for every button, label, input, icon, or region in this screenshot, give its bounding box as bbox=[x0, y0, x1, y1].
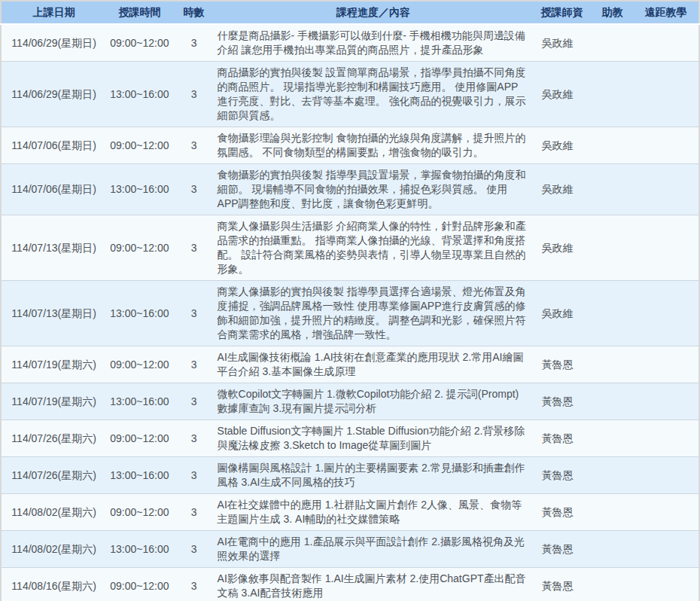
cell-instructor: 黃魯恩 bbox=[532, 457, 592, 494]
cell-assistant bbox=[592, 215, 633, 281]
cell-course-content: 商業人像攝影的實拍與後製 指導學員選擇合適場景、燈光佈置及角度捕捉，強調品牌風格… bbox=[215, 281, 532, 346]
cell-remote-teaching bbox=[633, 24, 699, 62]
cell-remote-teaching bbox=[633, 346, 699, 383]
cell-class-time: 13:00~16:00 bbox=[106, 383, 172, 420]
column-header-assistant: 助教 bbox=[592, 1, 633, 24]
cell-class-date: 114/06/29(星期日) bbox=[1, 24, 106, 62]
cell-class-time: 13:00~16:00 bbox=[106, 62, 172, 127]
cell-assistant bbox=[592, 127, 633, 164]
cell-remote-teaching bbox=[633, 457, 699, 494]
cell-course-content: 圖像構圖與風格設計 1.圖片的主要構圖要素 2.常見攝影和插畫創作風格 3.AI… bbox=[215, 457, 532, 494]
cell-instructor: 黃魯恩 bbox=[532, 420, 592, 457]
cell-hours: 3 bbox=[172, 62, 215, 127]
cell-class-date: 114/07/26(星期六) bbox=[1, 457, 106, 494]
cell-remote-teaching bbox=[633, 383, 699, 420]
table-row: 114/06/29(星期日) 09:00~12:00 3 什麼是商品攝影- 手機… bbox=[1, 24, 699, 62]
cell-course-content: AI在電商中的應用 1.產品展示與平面設計創作 2.攝影風格視角及光照效果的選擇 bbox=[215, 531, 532, 568]
cell-course-content: 微軟Copilot文字轉圖片 1.微軟Copilot功能介紹 2. 提示詞(Pr… bbox=[215, 383, 532, 420]
cell-assistant bbox=[592, 62, 633, 127]
column-header-date: 上課日期 bbox=[1, 1, 106, 24]
column-header-time: 授課時間 bbox=[106, 1, 172, 24]
cell-remote-teaching bbox=[633, 215, 699, 281]
cell-course-content: 商業人像攝影與生活攝影 介紹商業人像的特性，針對品牌形象和產品需求的拍攝重點。 … bbox=[215, 215, 532, 281]
cell-assistant bbox=[592, 420, 633, 457]
cell-course-content: 食物攝影理論與光影控制 食物拍攝的光線與角度講解，提升照片的氛圍感。 不同食物類… bbox=[215, 127, 532, 164]
cell-class-date: 114/07/06(星期日) bbox=[1, 127, 106, 164]
table-row: 114/07/13(星期日) 09:00~12:00 3 商業人像攝影與生活攝影… bbox=[1, 215, 699, 281]
cell-assistant bbox=[592, 494, 633, 531]
table-row: 114/07/26(星期六) 09:00~12:00 3 Stable Diff… bbox=[1, 420, 699, 457]
cell-instructor: 吳政維 bbox=[532, 127, 592, 164]
cell-assistant bbox=[592, 164, 633, 215]
cell-hours: 3 bbox=[172, 568, 215, 601]
cell-course-content: 商品攝影的實拍與後製 設置簡單商品場景，指導學員拍攝不同角度的商品照片。 現場指… bbox=[215, 62, 532, 127]
cell-class-date: 114/07/19(星期六) bbox=[1, 383, 106, 420]
column-header-remote: 遠距教學 bbox=[633, 1, 699, 24]
cell-course-content: AI生成圖像技術概論 1.AI技術在創意產業的應用現狀 2.常用AI繪圖平台介紹… bbox=[215, 346, 532, 383]
cell-class-date: 114/06/29(星期日) bbox=[1, 62, 106, 127]
table-row: 114/08/16(星期六) 09:00~12:00 3 AI影像敘事與配音製作… bbox=[1, 568, 699, 601]
cell-class-date: 114/07/13(星期日) bbox=[1, 215, 106, 281]
cell-course-content: Stable Diffusion文字轉圖片 1.Stable Diffusion… bbox=[215, 420, 532, 457]
cell-instructor: 黃魯恩 bbox=[532, 383, 592, 420]
cell-instructor: 黃魯恩 bbox=[532, 346, 592, 383]
cell-assistant bbox=[592, 531, 633, 568]
cell-instructor: 吳政維 bbox=[532, 215, 592, 281]
cell-class-date: 114/07/26(星期六) bbox=[1, 420, 106, 457]
column-header-content: 課程進度／內容 bbox=[215, 1, 532, 24]
cell-class-time: 09:00~12:00 bbox=[106, 346, 172, 383]
cell-assistant bbox=[592, 568, 633, 601]
cell-remote-teaching bbox=[633, 127, 699, 164]
cell-course-content: 什麼是商品攝影- 手機攝影可以做到什麼- 手機相機功能與周邊設備介紹 讓您用手機… bbox=[215, 24, 532, 62]
cell-class-time: 13:00~16:00 bbox=[106, 457, 172, 494]
cell-course-content: AI影像敘事與配音製作 1.AI生成圖片素材 2.使用ChatGPT產出配音文稿… bbox=[215, 568, 532, 601]
cell-hours: 3 bbox=[172, 383, 215, 420]
table-row: 114/06/29(星期日) 13:00~16:00 3 商品攝影的實拍與後製 … bbox=[1, 62, 699, 127]
cell-instructor: 黃魯恩 bbox=[532, 531, 592, 568]
cell-hours: 3 bbox=[172, 164, 215, 215]
cell-instructor: 吳政維 bbox=[532, 164, 592, 215]
table-row: 114/07/06(星期日) 09:00~12:00 3 食物攝影理論與光影控制… bbox=[1, 127, 699, 164]
table-row: 114/08/02(星期六) 09:00~12:00 3 AI在社交媒體中的應用… bbox=[1, 494, 699, 531]
cell-hours: 3 bbox=[172, 457, 215, 494]
cell-hours: 3 bbox=[172, 531, 215, 568]
column-header-hours: 時數 bbox=[172, 1, 215, 24]
cell-class-time: 13:00~16:00 bbox=[106, 531, 172, 568]
cell-assistant bbox=[592, 24, 633, 62]
cell-class-date: 114/08/02(星期六) bbox=[1, 531, 106, 568]
cell-class-date: 114/08/16(星期六) bbox=[1, 568, 106, 601]
cell-instructor: 黃魯恩 bbox=[532, 568, 592, 601]
column-header-instructor: 授課師資 bbox=[532, 1, 592, 24]
cell-course-content: AI在社交媒體中的應用 1.社群貼文圖片創作 2人像、風景、食物等主題圖片生成 … bbox=[215, 494, 532, 531]
table-row: 114/07/26(星期六) 13:00~16:00 3 圖像構圖與風格設計 1… bbox=[1, 457, 699, 494]
table-row: 114/07/19(星期六) 09:00~12:00 3 AI生成圖像技術概論 … bbox=[1, 346, 699, 383]
cell-remote-teaching bbox=[633, 568, 699, 601]
cell-class-date: 114/07/13(星期日) bbox=[1, 281, 106, 346]
cell-remote-teaching bbox=[633, 281, 699, 346]
cell-assistant bbox=[592, 383, 633, 420]
table-row: 114/07/19(星期六) 13:00~16:00 3 微軟Copilot文字… bbox=[1, 383, 699, 420]
cell-instructor: 吳政維 bbox=[532, 281, 592, 346]
cell-hours: 3 bbox=[172, 494, 215, 531]
cell-instructor: 吳政維 bbox=[532, 62, 592, 127]
schedule-table: 上課日期授課時間時數課程進度／內容授課師資助教遠距教學 114/06/29(星期… bbox=[0, 0, 700, 601]
cell-remote-teaching bbox=[633, 531, 699, 568]
cell-instructor: 吳政維 bbox=[532, 24, 592, 62]
cell-class-time: 09:00~12:00 bbox=[106, 127, 172, 164]
cell-class-time: 09:00~12:00 bbox=[106, 215, 172, 281]
cell-class-date: 114/07/19(星期六) bbox=[1, 346, 106, 383]
table-row: 114/08/02(星期六) 13:00~16:00 3 AI在電商中的應用 1… bbox=[1, 531, 699, 568]
cell-hours: 3 bbox=[172, 24, 215, 62]
cell-assistant bbox=[592, 281, 633, 346]
cell-hours: 3 bbox=[172, 215, 215, 281]
cell-class-time: 09:00~12:00 bbox=[106, 568, 172, 601]
cell-assistant bbox=[592, 346, 633, 383]
cell-remote-teaching bbox=[633, 62, 699, 127]
cell-remote-teaching bbox=[633, 494, 699, 531]
cell-assistant bbox=[592, 457, 633, 494]
cell-hours: 3 bbox=[172, 127, 215, 164]
cell-hours: 3 bbox=[172, 420, 215, 457]
cell-hours: 3 bbox=[172, 346, 215, 383]
cell-class-time: 09:00~12:00 bbox=[106, 494, 172, 531]
cell-remote-teaching bbox=[633, 420, 699, 457]
